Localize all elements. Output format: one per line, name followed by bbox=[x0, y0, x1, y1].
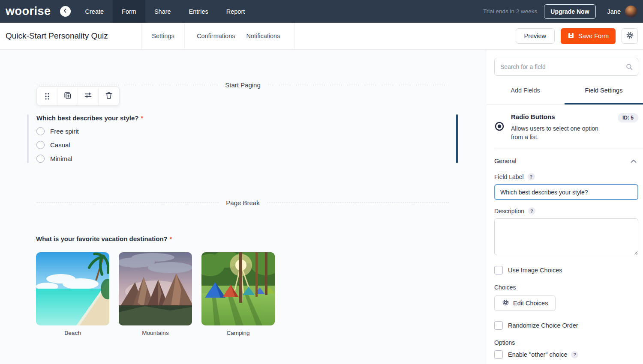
use-image-choices-row: Use Image Choices bbox=[494, 266, 638, 274]
image-choice-mountains[interactable]: Mountains bbox=[119, 252, 192, 336]
image-choice-field[interactable]: What is your favorite vacation destinati… bbox=[36, 235, 275, 336]
radio-input[interactable] bbox=[36, 155, 45, 163]
field-label-label: Field Label bbox=[494, 173, 524, 180]
preview-button[interactable]: Preview bbox=[516, 28, 555, 44]
sliders-icon bbox=[84, 91, 93, 101]
enable-other-choice-checkbox[interactable] bbox=[494, 350, 503, 359]
nav-item-create[interactable]: Create bbox=[76, 0, 113, 23]
search-input[interactable] bbox=[494, 58, 638, 76]
question-label: What is your favorite vacation destinati… bbox=[36, 235, 275, 242]
options-label: Options bbox=[494, 339, 638, 346]
image-choice-camping[interactable]: Camping bbox=[201, 252, 275, 336]
enable-other-choice-row: Enable "other" choice ? bbox=[494, 350, 638, 359]
selected-field-indicator-right bbox=[456, 114, 458, 163]
duplicate-icon bbox=[63, 91, 72, 101]
radio-input[interactable] bbox=[36, 127, 45, 135]
beach-image bbox=[36, 252, 109, 325]
nav-item-share[interactable]: Share bbox=[145, 0, 180, 23]
description-textarea[interactable] bbox=[494, 218, 638, 255]
nav-item-form[interactable]: Form bbox=[113, 0, 145, 23]
form-canvas: Start Paging bbox=[0, 50, 486, 364]
image-choice-beach[interactable]: Beach bbox=[36, 252, 109, 336]
randomize-choice-order-checkbox[interactable] bbox=[494, 321, 503, 330]
tab-add-fields[interactable]: Add Fields bbox=[486, 76, 565, 104]
page-title: Quick-Start Personality Quiz bbox=[6, 31, 108, 41]
tab-notifications[interactable]: Notifications bbox=[246, 33, 280, 39]
field-label-input[interactable] bbox=[494, 184, 638, 200]
top-navbar: woorise Create Form Share Entries Report… bbox=[0, 0, 643, 23]
avatar[interactable] bbox=[625, 6, 637, 18]
tab-settings[interactable]: Settings bbox=[152, 33, 174, 39]
form-settings-button[interactable] bbox=[622, 28, 638, 44]
chevron-left-icon bbox=[62, 8, 68, 15]
field-id-badge: ID: 5 bbox=[618, 113, 638, 122]
form-header: Quick-Start Personality Quiz Settings Co… bbox=[0, 23, 643, 50]
sidebar-tabs: Add Fields Field Settings bbox=[486, 76, 643, 105]
trial-status-text: Trial ends in 2 weeks bbox=[483, 8, 537, 15]
radio-input[interactable] bbox=[36, 141, 45, 149]
back-button[interactable] bbox=[60, 6, 71, 17]
general-section-header[interactable]: General bbox=[494, 149, 638, 167]
duplicate-field-button[interactable] bbox=[57, 87, 78, 105]
edit-choices-button[interactable]: Edit Choices bbox=[494, 295, 556, 311]
choices-label: Choices bbox=[494, 284, 638, 291]
nav-item-report[interactable]: Report bbox=[217, 0, 254, 23]
field-type-name: Radio Buttons bbox=[511, 113, 555, 120]
image-choice-label: Beach bbox=[36, 330, 109, 336]
field-settings-sidebar: Add Fields Field Settings Radio Buttons … bbox=[486, 50, 643, 364]
nav-item-entries[interactable]: Entries bbox=[180, 0, 217, 23]
drag-handle[interactable] bbox=[37, 87, 57, 105]
field-toolbar bbox=[36, 87, 120, 106]
delete-field-button[interactable] bbox=[99, 87, 119, 105]
search-icon bbox=[625, 63, 633, 72]
page-break-divider: Page Break bbox=[36, 198, 449, 207]
upgrade-now-button[interactable]: Upgrade Now bbox=[544, 4, 595, 19]
image-choice-label: Mountains bbox=[119, 330, 192, 336]
radio-option-minimal[interactable]: Minimal bbox=[36, 154, 143, 163]
required-asterisk: * bbox=[170, 236, 172, 242]
camping-image bbox=[201, 252, 275, 325]
save-icon bbox=[568, 32, 574, 40]
randomize-choice-order-row: Randomize Choice Order bbox=[494, 321, 638, 330]
question-label: Which best describes your style?* bbox=[36, 114, 143, 122]
woorise-logo: woorise bbox=[6, 5, 51, 18]
mountains-image bbox=[119, 252, 192, 325]
trash-icon bbox=[105, 91, 113, 101]
gear-icon bbox=[502, 299, 509, 307]
required-asterisk: * bbox=[141, 115, 143, 122]
use-image-choices-checkbox[interactable] bbox=[494, 266, 503, 274]
image-choice-label: Camping bbox=[201, 330, 275, 336]
description-label: Description bbox=[494, 208, 524, 215]
enable-other-help-icon[interactable]: ? bbox=[571, 351, 578, 358]
description-help-icon[interactable]: ? bbox=[528, 207, 535, 215]
selected-field-indicator-left bbox=[27, 114, 29, 163]
radio-buttons-field[interactable]: Which best describes your style?* Free s… bbox=[36, 114, 143, 163]
tab-confirmations[interactable]: Confirmations bbox=[197, 33, 235, 39]
main-nav: Create Form Share Entries Report bbox=[76, 0, 254, 23]
divider bbox=[294, 23, 295, 49]
tab-field-settings[interactable]: Field Settings bbox=[565, 76, 643, 104]
gear-icon bbox=[626, 31, 634, 41]
chevron-up-icon bbox=[631, 157, 637, 165]
radio-option-casual[interactable]: Casual bbox=[36, 140, 143, 149]
radio-option-free-spirit[interactable]: Free spirit bbox=[36, 127, 143, 135]
field-type-description: Allows users to select one option from a… bbox=[511, 125, 607, 141]
save-form-button[interactable]: Save Form bbox=[561, 28, 616, 44]
field-label-help-icon[interactable]: ? bbox=[528, 173, 535, 180]
radio-button-icon bbox=[494, 121, 505, 133]
user-name: Jane bbox=[607, 8, 621, 15]
field-settings-button[interactable] bbox=[78, 87, 99, 105]
field-type-panel: Radio Buttons ID: 5 Allows users to sele… bbox=[494, 105, 638, 149]
